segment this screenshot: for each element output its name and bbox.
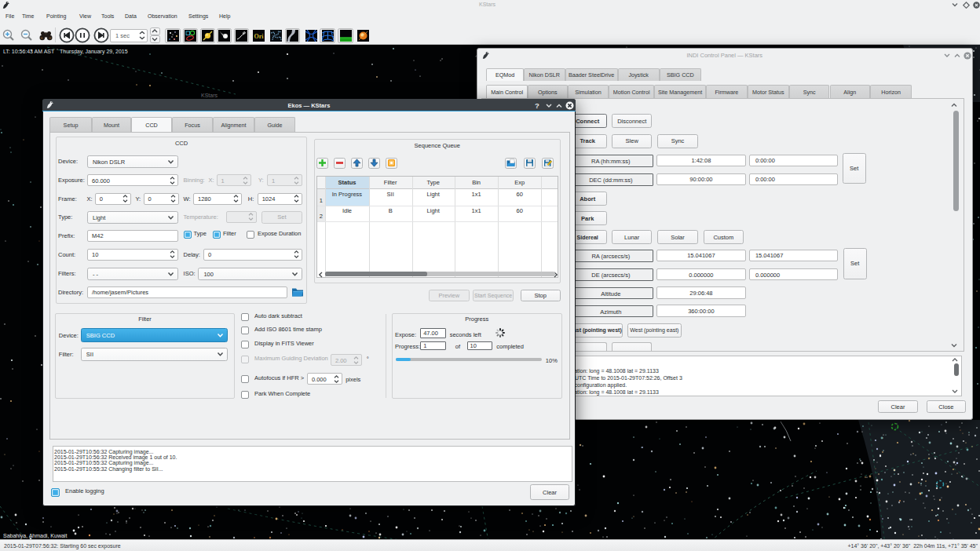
svg-text:Ori: Ori xyxy=(254,32,265,39)
svg-text:?: ? xyxy=(535,101,539,110)
